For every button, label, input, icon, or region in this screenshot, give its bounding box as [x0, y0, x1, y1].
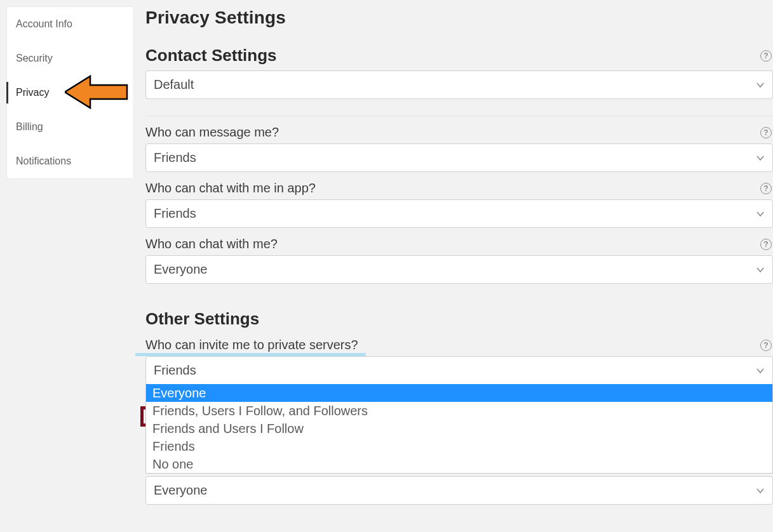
- invite-option-friends-follow-followers[interactable]: Friends, Users I Follow, and Followers: [146, 402, 772, 420]
- message-me-value: Friends: [154, 150, 196, 165]
- chat-in-app-value: Friends: [154, 206, 196, 221]
- help-icon[interactable]: ?: [760, 183, 772, 194]
- help-icon[interactable]: ?: [760, 50, 772, 62]
- contact-settings-heading: Contact Settings: [145, 46, 277, 65]
- invite-option-no-one[interactable]: No one: [146, 455, 772, 473]
- chat-in-app-select[interactable]: Friends: [145, 199, 773, 228]
- inventory-value: Everyone: [154, 483, 208, 498]
- chevron-down-icon: [756, 366, 765, 375]
- invite-option-friends[interactable]: Friends: [146, 437, 772, 455]
- sidebar-item-notifications[interactable]: Notifications: [7, 144, 133, 178]
- sidebar-item-account-info[interactable]: Account Info: [7, 7, 133, 41]
- other-settings-heading: Other Settings: [145, 309, 773, 329]
- invite-private-servers-value: Friends: [154, 363, 196, 378]
- invite-option-everyone[interactable]: Everyone: [146, 384, 772, 402]
- chevron-down-icon: [756, 265, 765, 274]
- help-icon[interactable]: ?: [760, 127, 772, 138]
- contact-default-value: Default: [154, 77, 194, 92]
- sidebar-item-billing[interactable]: Billing: [7, 110, 133, 144]
- inventory-select[interactable]: Everyone: [145, 476, 773, 505]
- chevron-down-icon: [756, 154, 765, 163]
- chevron-down-icon: [756, 81, 765, 90]
- divider: [145, 116, 773, 116]
- sidebar-item-security[interactable]: Security: [7, 41, 133, 76]
- help-icon[interactable]: ?: [760, 340, 772, 351]
- sidebar-item-privacy[interactable]: Privacy: [7, 76, 133, 110]
- message-me-select[interactable]: Friends: [145, 143, 773, 172]
- chat-with-me-select[interactable]: Everyone: [145, 255, 773, 284]
- help-icon[interactable]: ?: [760, 239, 772, 250]
- page-title: Privacy Settings: [145, 8, 773, 28]
- invite-option-friends-and-follow[interactable]: Friends and Users I Follow: [146, 420, 772, 437]
- chevron-down-icon: [756, 486, 765, 495]
- chevron-down-icon: [756, 209, 765, 218]
- settings-sidebar: Account Info Security Privacy Billing No…: [6, 6, 133, 179]
- invite-dropdown: Everyone Friends, Users I Follow, and Fo…: [145, 384, 773, 474]
- chat-with-me-value: Everyone: [154, 262, 208, 277]
- message-me-label: Who can message me?: [145, 125, 279, 140]
- invite-private-servers-select[interactable]: Friends Everyone Friends, Users I Follow…: [145, 356, 773, 385]
- chat-in-app-label: Who can chat with me in app?: [145, 181, 316, 196]
- invite-private-servers-label: Who can invite me to private servers?: [145, 338, 358, 352]
- chat-with-me-label: Who can chat with me?: [145, 237, 278, 251]
- main-content: Privacy Settings Contact Settings ? Defa…: [133, 0, 773, 505]
- contact-default-select[interactable]: Default: [145, 70, 773, 99]
